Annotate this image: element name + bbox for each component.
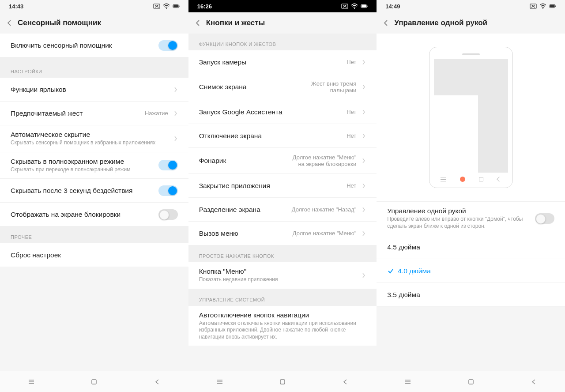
chevron-right-icon	[362, 230, 366, 237]
nav-home-icon[interactable]	[467, 377, 475, 386]
row-label: 3.5 дюйма	[387, 291, 554, 299]
hide-3sec-toggle[interactable]	[158, 185, 178, 196]
show-lockscreen-toggle[interactable]	[158, 209, 178, 220]
status-icons	[341, 3, 368, 9]
section-system: УПРАВЛЕНИЕ СИСТЕМОЙ	[188, 289, 377, 306]
nav-back-icon[interactable]	[341, 377, 350, 386]
svg-point-7	[354, 8, 355, 9]
nav-menu-icon[interactable]	[27, 377, 36, 386]
reset-row[interactable]: Сброс настроек	[0, 243, 188, 267]
row-sub: Скрывать сенсорный помощник в избранных …	[11, 139, 172, 147]
show-lockscreen-row[interactable]: Отображать на экране блокировки	[0, 203, 188, 226]
auto-disable-nav-row[interactable]: Автоотключение кнопок навигации Автомати…	[188, 306, 377, 346]
menu-button-row[interactable]: Кнопка "Меню" Показать недавние приложен…	[188, 262, 377, 289]
row-label: Предпочитаемый жест	[11, 109, 145, 117]
one-handed-toggle[interactable]	[535, 213, 554, 224]
enable-toggle[interactable]	[158, 40, 178, 51]
status-time: 16:26	[197, 3, 212, 10]
header: Сенсорный помощник	[0, 12, 188, 34]
svg-rect-5	[92, 380, 96, 384]
nav-menu-icon[interactable]	[215, 377, 224, 386]
page-title: Кнопки и жесты	[206, 19, 265, 27]
mock-phone-icon	[429, 47, 513, 188]
row-sub: Показать недавние приложения	[199, 276, 360, 283]
row-value: Нажатие	[145, 110, 168, 117]
screen-off-row[interactable]: Отключение экрана Нет	[188, 124, 377, 148]
svg-rect-10	[367, 6, 367, 7]
row-label: Автоотключение кнопок навигации	[199, 311, 366, 319]
row-label: Отключение экрана	[199, 132, 347, 140]
header: Управление одной рукой	[377, 12, 565, 34]
row-label: Запуск камеры	[199, 58, 347, 66]
section-settings: НАСТРОЙКИ	[0, 61, 188, 78]
hide-fullscreen-toggle[interactable]	[158, 160, 178, 170]
row-label: Управление одной рукой	[387, 207, 535, 215]
status-bar: 16:26	[188, 0, 377, 12]
size-4-5-row[interactable]: 4.5 дюйма	[377, 235, 565, 259]
chevron-right-icon	[362, 272, 366, 279]
row-label: Функции ярлыков	[11, 86, 172, 94]
sim-disabled-icon	[153, 3, 160, 9]
shortcut-functions-row[interactable]: Функции ярлыков	[0, 78, 188, 102]
svg-rect-17	[469, 380, 473, 384]
svg-point-1	[166, 8, 167, 9]
back-button[interactable]	[5, 19, 13, 27]
battery-icon	[173, 3, 180, 9]
svg-rect-3	[173, 5, 178, 7]
close-app-row[interactable]: Закрытие приложения Нет	[188, 174, 377, 198]
battery-icon	[549, 3, 556, 9]
row-label: Снимок экрана	[199, 83, 290, 91]
nav-back-icon[interactable]	[529, 377, 538, 386]
back-button[interactable]	[194, 19, 202, 27]
row-value: Долгое нажатие "Назад"	[292, 206, 357, 213]
nav-home-icon[interactable]	[90, 377, 98, 386]
split-screen-row[interactable]: Разделение экрана Долгое нажатие "Назад"	[188, 198, 377, 222]
svg-rect-11	[280, 380, 285, 384]
row-value: Нет	[347, 132, 356, 139]
preferred-gesture-row[interactable]: Предпочитаемый жест Нажатие	[0, 102, 188, 125]
row-sub: Автоматически отключать кнопки навигации…	[199, 320, 366, 341]
nav-home-icon[interactable]	[278, 377, 287, 386]
page-title: Сенсорный помощник	[18, 19, 101, 27]
size-4-0-row[interactable]: 4.0 дюйма	[377, 259, 565, 283]
back-button[interactable]	[382, 19, 390, 27]
nav-menu-icon[interactable]	[403, 377, 412, 386]
wifi-icon	[351, 3, 358, 9]
screenshot-row[interactable]: Снимок экрана Жест вниз тремя пальцами	[188, 74, 377, 100]
row-label: Включить сенсорный помощник	[11, 41, 158, 49]
flashlight-row[interactable]: Фонарик Долгое нажатие "Меню" на экране …	[188, 148, 377, 174]
chevron-right-icon	[362, 132, 366, 139]
row-label: Запуск Google Ассистента	[199, 108, 347, 116]
launch-camera-row[interactable]: Запуск камеры Нет	[188, 50, 377, 74]
nav-bar	[377, 371, 565, 392]
row-label: Отображать на экране блокировки	[11, 211, 158, 219]
wifi-icon	[163, 3, 170, 9]
chevron-right-icon	[362, 182, 366, 189]
chevron-right-icon	[362, 157, 366, 164]
enable-touch-assistant-row[interactable]: Включить сенсорный помощник	[0, 34, 188, 57]
one-handed-illustration	[377, 34, 565, 202]
chevron-right-icon	[173, 86, 178, 93]
row-label: Вызов меню	[199, 230, 293, 237]
nav-back-icon[interactable]	[153, 377, 162, 386]
size-3-5-row[interactable]: 3.5 дюйма	[377, 283, 565, 307]
row-label: Скрывать в полноэкранном режиме	[11, 158, 158, 166]
header: Кнопки и жесты	[188, 12, 377, 34]
row-label: Разделение экрана	[199, 206, 292, 214]
auto-hide-row[interactable]: Автоматическое скрытие Скрывать сенсорны…	[0, 125, 188, 152]
page-title: Управление одной рукой	[394, 19, 487, 27]
menu-call-row[interactable]: Вызов меню Долгое нажатие "Меню"	[188, 222, 377, 245]
wifi-icon	[539, 3, 546, 9]
row-label: Автоматическое скрытие	[11, 131, 172, 139]
one-handed-toggle-row[interactable]: Управление одной рукой Проведите влево и…	[377, 202, 565, 235]
section-simple-tap: ПРОСТОЕ НАЖАТИЕ КНОПОК	[188, 245, 377, 262]
svg-rect-9	[362, 5, 366, 7]
row-value: Долгое нажатие "Меню"	[293, 230, 356, 237]
hide-3sec-row[interactable]: Скрывать после 3 секунд бездействия	[0, 179, 188, 203]
nav-bar	[0, 371, 188, 392]
row-value: Нет	[347, 59, 356, 65]
row-label: Сброс настроек	[11, 251, 178, 259]
svg-rect-15	[550, 5, 555, 7]
hide-fullscreen-row[interactable]: Скрывать в полноэкранном режиме Скрывать…	[0, 152, 188, 179]
google-assistant-row[interactable]: Запуск Google Ассистента Нет	[188, 100, 377, 124]
